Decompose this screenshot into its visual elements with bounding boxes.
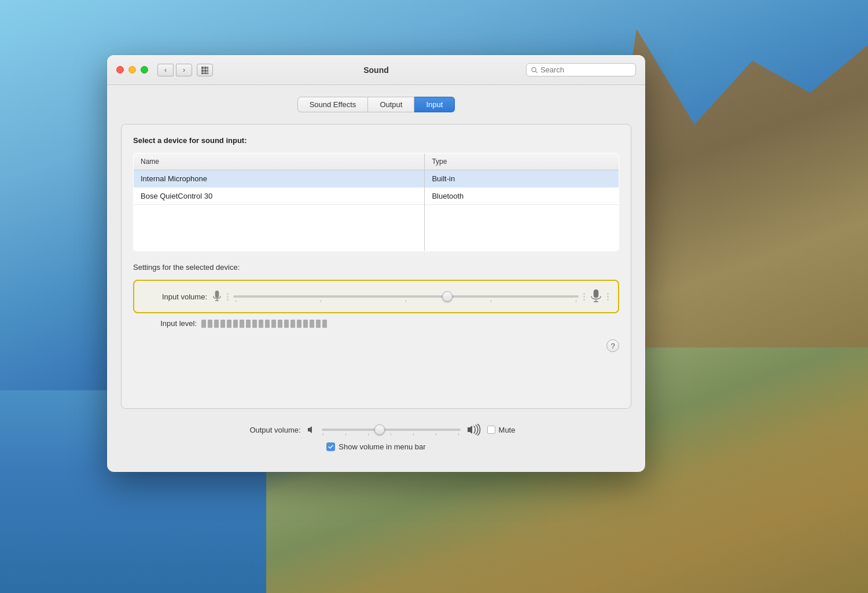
microphone-large-icon — [590, 289, 602, 304]
show-volume-label: Show volume in menu bar — [339, 442, 425, 451]
input-volume-row: Input volume: — [144, 289, 609, 304]
mute-checkbox[interactable] — [487, 426, 495, 434]
table-row[interactable]: Internal Microphone Built-in — [134, 170, 619, 188]
bottom-controls: Output volume: — [121, 418, 631, 460]
search-icon — [531, 67, 538, 74]
table-row[interactable]: Bose QuietControl 30 Bluetooth — [134, 188, 619, 205]
close-button[interactable] — [116, 66, 124, 74]
level-bar — [208, 320, 212, 328]
svg-rect-0 — [201, 67, 204, 69]
input-level-bars — [201, 320, 327, 328]
tab-bar: Sound Effects Output Input — [121, 97, 631, 112]
tab-output[interactable]: Output — [368, 97, 414, 112]
level-bar — [297, 320, 301, 328]
input-volume-label: Input volume: — [144, 292, 207, 301]
search-input[interactable] — [540, 65, 631, 74]
mute-label: Mute — [499, 426, 516, 434]
input-volume-slider[interactable] — [233, 295, 579, 298]
level-bar — [290, 320, 295, 328]
svg-rect-1 — [204, 67, 207, 69]
level-bar — [271, 320, 276, 328]
minimize-button[interactable] — [128, 66, 136, 74]
window-title: Sound — [363, 65, 389, 75]
settings-section-label: Settings for the selected device: — [133, 263, 619, 272]
microphone-small-icon — [212, 290, 222, 303]
speaker-large-icon — [466, 424, 481, 435]
svg-rect-7 — [207, 69, 208, 72]
help-button[interactable]: ? — [606, 339, 619, 352]
level-bar — [322, 320, 327, 328]
nav-buttons: ‹ › — [157, 64, 192, 76]
show-volume-row: Show volume in menu bar — [326, 442, 425, 451]
level-bar — [310, 320, 314, 328]
tab-sound-effects[interactable]: Sound Effects — [297, 97, 369, 112]
titlebar: ‹ › Sound — [107, 55, 645, 85]
level-bar — [259, 320, 263, 328]
level-bar — [303, 320, 308, 328]
svg-rect-4 — [201, 72, 204, 74]
level-bar — [201, 320, 206, 328]
table-row-empty — [134, 205, 619, 251]
output-volume-thumb[interactable] — [374, 424, 385, 435]
svg-rect-5 — [204, 72, 207, 74]
main-panel: Select a device for sound input: Name Ty… — [121, 124, 631, 409]
output-volume-slider[interactable] — [322, 429, 461, 431]
tab-input[interactable]: Input — [414, 97, 455, 112]
level-bar — [252, 320, 257, 328]
svg-marker-18 — [468, 426, 472, 434]
device-type-0: Built-in — [425, 170, 619, 188]
level-bar — [284, 320, 289, 328]
svg-rect-3 — [204, 69, 207, 72]
output-volume-label: Output volume: — [237, 426, 301, 434]
svg-rect-8 — [207, 72, 208, 74]
level-bar — [227, 320, 231, 328]
speaker-small-icon — [307, 425, 316, 434]
show-volume-checkbox[interactable] — [326, 442, 335, 451]
level-bar — [316, 320, 321, 328]
svg-point-9 — [532, 67, 536, 71]
device-type-1: Bluetooth — [425, 188, 619, 205]
device-section-title: Select a device for sound input: — [133, 136, 619, 145]
maximize-button[interactable] — [141, 66, 148, 74]
output-volume-row: Output volume: — [237, 424, 516, 435]
input-level-row: Input level: — [133, 319, 619, 328]
input-volume-thumb[interactable] — [442, 291, 453, 302]
input-volume-box: Input volume: — [133, 280, 619, 313]
svg-rect-11 — [215, 291, 219, 298]
forward-button[interactable]: › — [176, 64, 192, 76]
svg-marker-17 — [308, 426, 312, 433]
mute-row: Mute — [487, 426, 516, 434]
svg-line-10 — [536, 71, 537, 72]
device-name-0: Internal Microphone — [134, 170, 425, 188]
level-bar — [220, 320, 225, 328]
column-header-name: Name — [134, 153, 425, 170]
input-level-label: Input level: — [133, 319, 197, 328]
dots-right-large — [607, 293, 609, 301]
dots-right — [583, 293, 585, 301]
level-bar — [246, 320, 251, 328]
svg-rect-2 — [201, 69, 204, 72]
svg-rect-14 — [594, 290, 598, 298]
column-header-type: Type — [425, 153, 619, 170]
level-bar — [278, 320, 282, 328]
device-table: Name Type Internal Microphone Built-in B… — [133, 153, 619, 251]
checkmark-icon — [328, 445, 333, 449]
dots-left — [227, 293, 229, 301]
grid-view-button[interactable] — [197, 64, 213, 76]
svg-rect-6 — [207, 67, 208, 69]
search-box[interactable] — [526, 63, 636, 76]
level-bar — [265, 320, 270, 328]
sound-preferences-window: ‹ › Sound — [107, 55, 645, 472]
window-content: Sound Effects Output Input Select a devi… — [107, 85, 645, 472]
back-button[interactable]: ‹ — [157, 64, 174, 76]
device-name-1: Bose QuietControl 30 — [134, 188, 425, 205]
level-bar — [240, 320, 244, 328]
level-bar — [233, 320, 238, 328]
traffic-lights — [116, 66, 148, 74]
level-bar — [214, 320, 219, 328]
